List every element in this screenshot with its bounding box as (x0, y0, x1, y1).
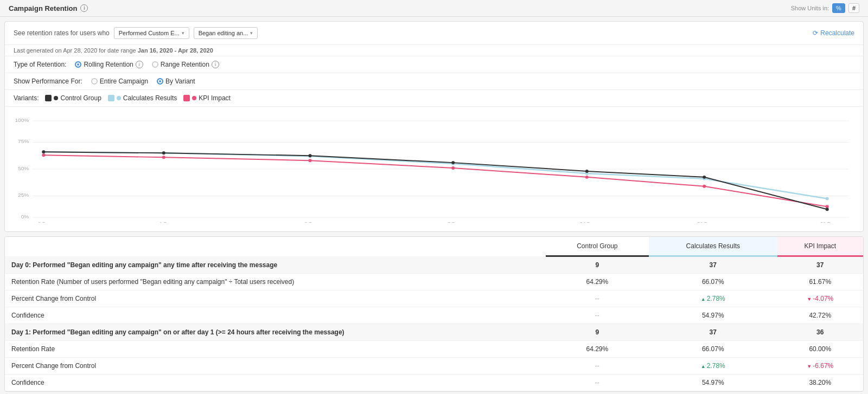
performance-row: Show Performance For: Entire Campaign By… (5, 73, 863, 90)
svg-text:> 7 Days: > 7 Days (443, 221, 463, 223)
day-control-value: 9 (546, 256, 649, 274)
svg-point-36 (703, 176, 706, 179)
recalculate-button[interactable]: ⟳ Recalculate (813, 29, 854, 37)
row-calculates: 2.78% (649, 290, 777, 307)
variants-row: Variants: Control Group Calculates Resul… (5, 90, 863, 107)
svg-text:> 3 Days: > 3 Days (301, 221, 320, 223)
table-row: Confidence -- 54.97% 38.20% (5, 374, 863, 391)
svg-point-32 (162, 151, 165, 154)
row-label: Percent Change from Control (5, 358, 546, 374)
main-panel: See retention rates for users who Perfor… (4, 21, 864, 232)
table-row: Percent Change from Control -- 2.78% -6.… (5, 358, 863, 374)
variant-control-chip[interactable]: Control Group (45, 94, 101, 102)
label-column-header (5, 237, 546, 256)
row-kpi: 42.72% (777, 307, 863, 324)
range-radio-dot (152, 61, 158, 68)
variant-kpi-chip[interactable]: KPI Impact (183, 94, 231, 102)
title-text: Campaign Retention (9, 4, 77, 12)
kpi-column-header: KPI Impact (777, 237, 863, 256)
svg-point-22 (703, 185, 706, 188)
row-calculates: 54.97% (649, 307, 777, 324)
control-checkbox (45, 95, 52, 101)
date-range: Jan 16, 2020 - Apr 28, 2020 (138, 47, 213, 54)
calculates-checkbox (108, 95, 114, 101)
rolling-retention-radio[interactable]: Rolling Retention i (75, 61, 143, 68)
rolling-info-icon[interactable]: i (136, 61, 143, 68)
row-kpi: -6.67% (777, 358, 863, 374)
show-units-section: Show Units in: % # (791, 3, 859, 13)
variant-calculates-chip[interactable]: Calculates Results (108, 94, 177, 102)
event-dropdown[interactable]: Performed Custom E... (114, 27, 189, 39)
svg-point-34 (451, 161, 455, 164)
table-day-row: Day 0: Performed "Began editing any camp… (5, 256, 863, 274)
unit-percent-btn[interactable]: % (832, 3, 845, 13)
kpi-label: KPI Impact (199, 94, 231, 102)
range-retention-radio[interactable]: Range Retention i (152, 61, 219, 68)
svg-point-30 (826, 197, 829, 200)
retention-chart: 100% 75% 50% 25% 0% > 0 Days > 1 Day > 3… (14, 115, 854, 223)
date-prefix: Last generated on Apr 28, 2020 for date … (14, 47, 136, 54)
calculates-dot (117, 96, 121, 100)
filter-row: See retention rates for users who Perfor… (5, 22, 863, 45)
table-row: Retention Rate 64.29% 66.07% 60.00% (5, 341, 863, 358)
row-calculates: 66.07% (649, 274, 777, 290)
title-info-icon[interactable]: i (80, 4, 88, 12)
row-label: Confidence (5, 374, 546, 391)
row-control: 64.29% (546, 341, 649, 358)
control-label: Control Group (60, 94, 101, 102)
table-row: Percent Change from Control -- 2.78% -4.… (5, 290, 863, 307)
retention-type-row: Type of Retention: Rolling Retention i R… (5, 56, 863, 73)
by-variant-radio[interactable]: By Variant (157, 77, 195, 85)
svg-text:> 30 Days: > 30 Days (816, 221, 838, 223)
retention-table: Control Group Calculates Results KPI Imp… (5, 237, 863, 391)
action-dropdown[interactable]: Began editing an... (194, 27, 258, 39)
svg-text:> 1 Day: > 1 Day (155, 221, 173, 223)
control-column-header: Control Group (546, 237, 649, 256)
range-retention-label: Range Retention (161, 61, 209, 68)
rolling-radio-dot (75, 61, 81, 68)
svg-text:25%: 25% (18, 192, 29, 198)
svg-text:75%: 75% (18, 139, 29, 145)
page-title: Campaign Retention i (9, 4, 88, 12)
table-row: Confidence -- 54.97% 42.72% (5, 307, 863, 324)
row-calculates: 54.97% (649, 374, 777, 391)
calculates-column-header: Calculates Results (649, 237, 777, 256)
day-kpi-value: 36 (777, 324, 863, 341)
svg-text:> 0 Days: > 0 Days (34, 221, 53, 223)
entire-campaign-radio[interactable]: Entire Campaign (91, 77, 148, 85)
row-label: Confidence (5, 307, 546, 324)
row-control: -- (546, 290, 649, 307)
svg-point-18 (162, 156, 165, 159)
row-kpi: 38.20% (777, 374, 863, 391)
row-control: -- (546, 358, 649, 374)
rolling-retention-label: Rolling Retention (84, 61, 133, 68)
row-kpi: 60.00% (777, 341, 863, 358)
table-day-row: Day 1: Performed "Began editing any camp… (5, 324, 863, 341)
day-control-value: 9 (546, 324, 649, 341)
svg-point-19 (309, 159, 312, 162)
day-label: Day 0: Performed "Began editing any camp… (5, 256, 546, 274)
svg-point-35 (585, 170, 589, 173)
kpi-checkbox (183, 95, 190, 101)
svg-text:> 21 Days: > 21 Days (693, 221, 716, 223)
by-variant-radio-dot (157, 78, 163, 85)
svg-point-17 (42, 153, 45, 157)
row-control: -- (546, 374, 649, 391)
range-info-icon[interactable]: i (212, 61, 219, 68)
day-calculates-value: 37 (649, 256, 777, 274)
table-row: Retention Rate (Number of users performe… (5, 274, 863, 290)
row-calculates: 66.07% (649, 341, 777, 358)
retention-type-label: Type of Retention: (14, 61, 66, 68)
event-dropdown-label: Performed Custom E... (119, 30, 180, 36)
calculates-label: Calculates Results (123, 94, 177, 102)
entire-radio-dot (91, 78, 98, 85)
table-section: Control Group Calculates Results KPI Imp… (4, 236, 864, 392)
date-info: Last generated on Apr 28, 2020 for date … (5, 45, 863, 56)
chart-area: 100% 75% 50% 25% 0% > 0 Days > 1 Day > 3… (5, 107, 863, 231)
svg-point-31 (42, 150, 45, 153)
row-label: Retention Rate (Number of users performe… (5, 274, 546, 290)
svg-text:0%: 0% (21, 214, 29, 219)
unit-hash-btn[interactable]: # (848, 3, 859, 13)
row-label: Percent Change from Control (5, 290, 546, 307)
row-kpi: -4.07% (777, 290, 863, 307)
